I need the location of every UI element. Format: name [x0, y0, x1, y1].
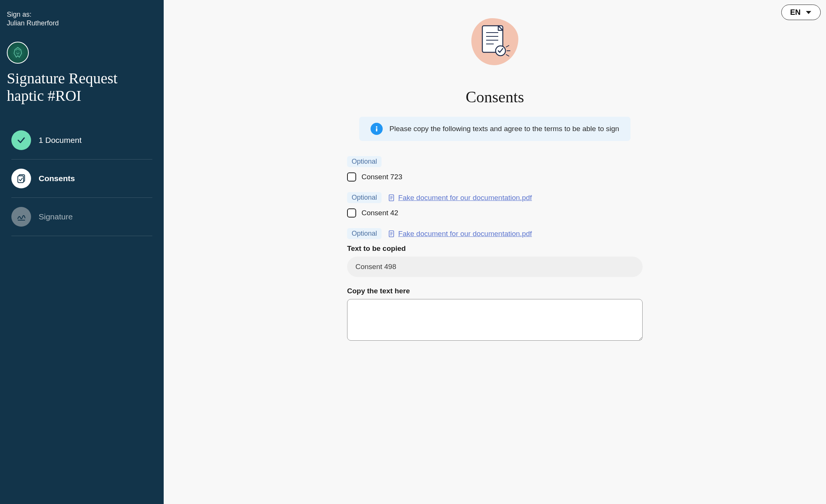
copy-consent-block: Optional Fake document for our documenta…	[347, 228, 643, 342]
svg-rect-13	[376, 128, 377, 131]
checkmark-icon	[11, 130, 31, 150]
svg-line-11	[506, 55, 509, 56]
main-content: EN Consents Please copy the following te…	[164, 0, 826, 504]
consent-stack-icon	[11, 169, 31, 188]
consent-block: Optional Consent 723	[347, 156, 643, 182]
checkbox[interactable]	[347, 172, 356, 182]
consent-area: Optional Consent 723 Optional Fake doc	[347, 156, 643, 353]
optional-badge: Optional	[347, 156, 382, 167]
svg-line-9	[506, 45, 509, 47]
language-code: EN	[790, 8, 801, 17]
file-icon	[388, 230, 395, 238]
step-label: Signature	[39, 212, 73, 221]
svg-rect-1	[18, 176, 23, 183]
copy-text-input[interactable]	[347, 299, 643, 341]
consent-checkbox-row[interactable]: Consent 42	[347, 208, 643, 218]
file-icon	[388, 194, 395, 202]
info-text: Please copy the following texts and agre…	[390, 125, 619, 133]
consent-checkbox-row[interactable]: Consent 723	[347, 172, 643, 182]
info-icon	[371, 123, 383, 135]
consent-label: Consent 42	[361, 209, 398, 217]
wolf-icon	[10, 45, 25, 60]
step-list: 1 Document Consents Signature	[7, 121, 157, 236]
language-switcher[interactable]: EN	[781, 5, 821, 20]
step-label: Consents	[39, 174, 75, 183]
document-name: Fake document for our documentation.pdf	[398, 194, 532, 202]
sidebar: Sign as: Julian Rutherford Signature Req…	[0, 0, 164, 504]
step-label: 1 Document	[39, 136, 81, 145]
sign-as-label: Sign as:	[7, 11, 157, 19]
request-title: Signature Request haptic #ROI	[7, 70, 157, 105]
step-consents[interactable]: Consents	[11, 160, 152, 198]
signer-name: Julian Rutherford	[7, 19, 157, 27]
step-signature[interactable]: Signature	[11, 198, 152, 236]
info-banner: Please copy the following texts and agre…	[359, 117, 630, 141]
copy-here-label: Copy the text here	[347, 287, 643, 295]
chevron-down-icon	[805, 10, 812, 15]
page-title: Consents	[466, 88, 524, 106]
step-document[interactable]: 1 Document	[11, 121, 152, 160]
signature-icon	[11, 207, 31, 227]
document-name: Fake document for our documentation.pdf	[398, 230, 532, 238]
checkbox[interactable]	[347, 208, 356, 218]
consents-illustration	[471, 18, 518, 65]
text-to-copy-value: Consent 498	[347, 257, 643, 277]
svg-point-12	[376, 126, 377, 128]
document-link[interactable]: Fake document for our documentation.pdf	[388, 230, 532, 238]
text-to-copy-label: Text to be copied	[347, 244, 643, 253]
avatar	[7, 42, 29, 64]
optional-badge: Optional	[347, 192, 382, 203]
consent-label: Consent 723	[361, 173, 402, 181]
optional-badge: Optional	[347, 228, 382, 239]
document-link[interactable]: Fake document for our documentation.pdf	[388, 194, 532, 202]
consent-block: Optional Fake document for our documenta…	[347, 192, 643, 218]
